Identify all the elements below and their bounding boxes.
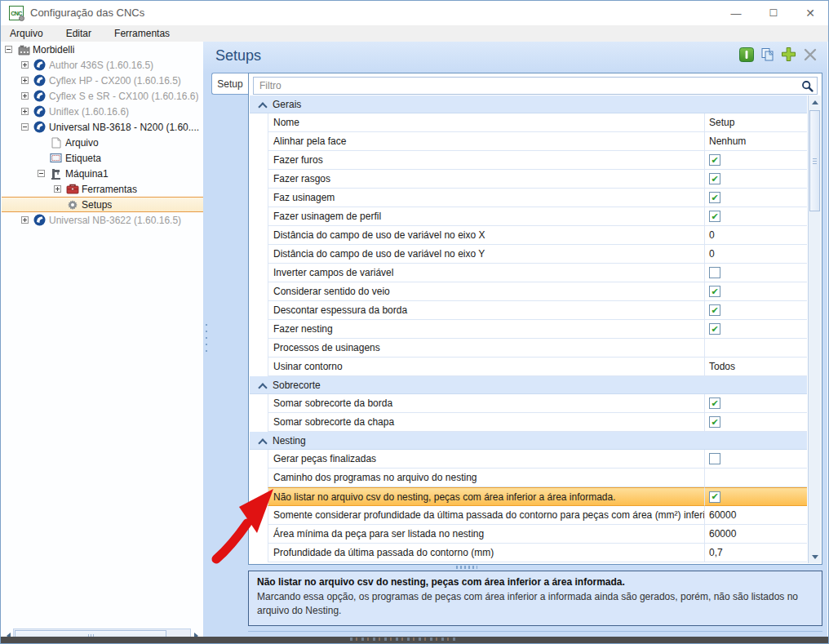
setting-value-cell[interactable]: 60000 — [704, 525, 807, 544]
setting-row[interactable]: Inverter campos de variável — [250, 264, 807, 282]
setting-row[interactable]: Descontar espessura da borda✔ — [250, 301, 807, 320]
expand-icon[interactable] — [21, 61, 29, 69]
setting-checkbox-cell[interactable]: ✔ — [704, 151, 807, 170]
checkbox-unchecked-icon[interactable] — [709, 453, 720, 464]
setting-row[interactable]: Fazer furos✔ — [250, 151, 807, 170]
expand-icon[interactable] — [54, 185, 61, 193]
setting-row[interactable]: Gerar peças finalizadas — [250, 450, 807, 469]
collapse-icon[interactable] — [5, 46, 12, 53]
tree-item[interactable]: Setups — [2, 197, 203, 212]
setting-row[interactable]: Considerar sentido do veio✔ — [250, 282, 807, 301]
vertical-splitter[interactable] — [205, 324, 208, 357]
scroll-down-icon[interactable] — [809, 550, 821, 563]
section-header[interactable]: Sobrecorte — [250, 376, 807, 394]
info-button[interactable] — [738, 47, 754, 62]
tree-item[interactable]: Cyflex S e SR - CX100 (1.60.16.6) — [2, 88, 203, 104]
add-button[interactable] — [781, 47, 796, 62]
setting-value-cell[interactable]: 60000 — [704, 506, 807, 525]
collapse-icon[interactable] — [21, 123, 29, 131]
expand-icon[interactable] — [21, 216, 29, 224]
checkbox-checked-icon[interactable]: ✔ — [709, 211, 720, 222]
checkbox-checked-icon[interactable]: ✔ — [709, 286, 720, 297]
section-header[interactable]: Nesting — [250, 432, 807, 450]
setting-checkbox-cell[interactable]: ✔ — [704, 487, 807, 506]
setting-value-cell[interactable]: 0,7 — [704, 544, 807, 562]
setting-value-cell[interactable]: Nenhum — [704, 132, 807, 151]
copy-button[interactable] — [760, 47, 775, 62]
setting-checkbox-cell[interactable]: ✔ — [704, 413, 807, 432]
tree-item[interactable]: Ferramentas — [2, 181, 203, 197]
row-gutter — [250, 506, 268, 525]
setting-checkbox-cell[interactable]: ✔ — [704, 189, 807, 207]
setting-row[interactable]: Área mínima da peça para ser listada no … — [250, 525, 807, 544]
setting-value-cell[interactable] — [704, 469, 807, 487]
setting-row[interactable]: Fazer nesting✔ — [250, 320, 807, 339]
setting-checkbox-cell[interactable] — [704, 450, 807, 469]
grid-vertical-scrollbar[interactable] — [808, 95, 821, 563]
menu-arquivo[interactable]: Arquivo — [1, 25, 55, 42]
menu-editar[interactable]: Editar — [55, 25, 103, 42]
setting-row[interactable]: Somar sobrecorte da borda✔ — [250, 394, 807, 413]
setting-value-cell[interactable]: Setup — [704, 113, 807, 132]
tree-item[interactable]: Arquivo — [2, 135, 203, 150]
setting-value-cell[interactable] — [704, 339, 807, 358]
filter-input[interactable] — [254, 78, 817, 94]
setting-row[interactable]: NomeSetup — [250, 113, 807, 132]
checkbox-checked-icon[interactable]: ✔ — [709, 173, 720, 184]
tree-item[interactable]: Universal NB-3618 - N200 (1.60.... — [2, 119, 203, 135]
maximize-button[interactable]: ☐ — [757, 1, 790, 25]
checkbox-checked-icon[interactable]: ✔ — [709, 154, 720, 166]
setting-checkbox-cell[interactable]: ✔ — [704, 301, 807, 320]
minimize-button[interactable]: — — [720, 1, 752, 25]
setting-value-cell[interactable]: 0 — [704, 226, 807, 245]
setting-row[interactable]: Somar sobrecorte da chapa✔ — [250, 413, 807, 432]
tab-setup[interactable]: Setup — [211, 73, 248, 95]
setting-row[interactable]: Caminho dos programas no arquivo do nest… — [250, 469, 807, 487]
setting-row[interactable]: Fazer usinagem de perfil✔ — [250, 207, 807, 226]
expand-icon[interactable] — [21, 92, 29, 100]
tree-item[interactable]: Universal NB-3622 (1.60.16.5) — [2, 212, 203, 228]
setting-value-cell[interactable]: Todos — [704, 358, 807, 376]
setting-row[interactable]: Distância do campo de uso de variável no… — [250, 226, 807, 245]
grid-vscroll-thumb[interactable] — [809, 110, 820, 211]
expand-icon[interactable] — [21, 77, 29, 84]
checkbox-checked-icon[interactable]: ✔ — [709, 192, 720, 203]
section-header[interactable]: Gerais — [250, 95, 807, 113]
setting-row[interactable]: Usinar contornoTodos — [250, 358, 807, 376]
setting-value-cell[interactable]: 0 — [704, 245, 807, 264]
expand-icon[interactable] — [21, 108, 29, 115]
setting-checkbox-cell[interactable]: ✔ — [704, 282, 807, 301]
horizontal-splitter[interactable] — [456, 566, 477, 569]
delete-button[interactable] — [802, 47, 818, 62]
setting-row[interactable]: Profundidade da última passada do contor… — [250, 544, 807, 562]
tree-item[interactable]: Máquina1 — [2, 166, 203, 181]
setting-row[interactable]: Fazer rasgos✔ — [250, 170, 807, 189]
checkbox-unchecked-icon[interactable] — [709, 267, 720, 278]
setting-row[interactable]: Distância do campo de uso de variável no… — [250, 245, 807, 264]
setting-checkbox-cell[interactable]: ✔ — [704, 320, 807, 339]
tree-item[interactable]: Cyflex HP - CX200 (1.60.16.5) — [2, 73, 203, 88]
setting-row[interactable]: Faz usinagem✔ — [250, 189, 807, 207]
setting-checkbox-cell[interactable] — [704, 264, 807, 282]
setting-checkbox-cell[interactable]: ✔ — [704, 170, 807, 189]
close-button[interactable]: ✕ — [794, 1, 827, 25]
checkbox-checked-icon[interactable]: ✔ — [709, 323, 720, 335]
tree-item[interactable]: Uniflex (1.60.16.6) — [2, 104, 203, 119]
checkbox-checked-icon[interactable]: ✔ — [709, 416, 720, 428]
scroll-up-icon[interactable] — [809, 95, 821, 109]
setting-row[interactable]: Não listar no arquivo csv do nesting, pe… — [250, 487, 807, 506]
checkbox-checked-icon[interactable]: ✔ — [709, 491, 720, 503]
checkbox-checked-icon[interactable]: ✔ — [709, 304, 720, 316]
panel-toolbar — [738, 47, 818, 62]
setting-checkbox-cell[interactable]: ✔ — [704, 207, 807, 226]
checkbox-checked-icon[interactable]: ✔ — [709, 398, 720, 409]
setting-row[interactable]: Somente considerar profundidade da últim… — [250, 506, 807, 525]
collapse-icon[interactable] — [38, 170, 45, 177]
tree-item[interactable]: Etiqueta — [2, 150, 203, 166]
tree-item[interactable]: Morbidelli — [2, 42, 203, 57]
setting-checkbox-cell[interactable]: ✔ — [704, 394, 807, 413]
setting-row[interactable]: Processos de usinagens — [250, 339, 807, 358]
setting-row[interactable]: Alinhar pela faceNenhum — [250, 132, 807, 151]
tree-item[interactable]: Author 436S (1.60.16.5) — [2, 57, 203, 73]
menu-ferramentas[interactable]: Ferramentas — [103, 25, 181, 42]
